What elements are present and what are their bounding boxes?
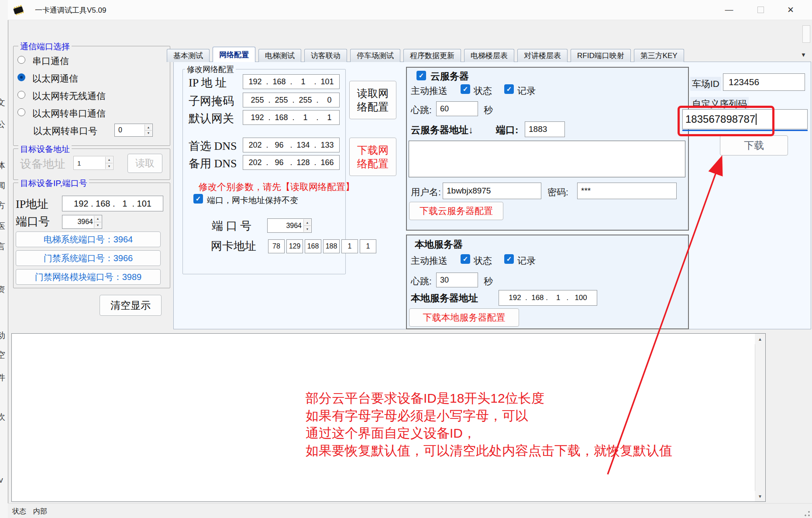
tab-strip: 基本测试 网络配置 电梯测试 访客联动 停车场测试 程序数据更新 电梯楼层表 对…: [167, 47, 684, 62]
mac-byte-input[interactable]: 168: [305, 239, 321, 253]
download-cloud-config-button[interactable]: 下载云服务器配置: [409, 202, 503, 220]
target-port-label: 端口号: [16, 214, 50, 229]
tab-parking-test[interactable]: 停车场测试: [350, 49, 400, 62]
minimize-button[interactable]: —: [720, 3, 738, 17]
spin-up-icon[interactable]: ▲: [145, 124, 152, 131]
mac-address-label: 网卡地址: [211, 238, 256, 254]
ethernet-serial-no-input[interactable]: 0 ▲▼: [114, 124, 153, 137]
clipped-char: 件: [0, 372, 5, 383]
maximize-icon: [757, 7, 764, 13]
radio-serial-comm[interactable]: [17, 56, 25, 64]
title-bar: 一卡通调试工具V5.09 — ✕: [8, 0, 812, 20]
spin-down-icon[interactable]: ▼: [106, 163, 113, 169]
scroll-down-button[interactable]: ▼: [755, 491, 765, 501]
local-record-label: 记录: [517, 255, 536, 267]
check-icon: ✓: [463, 85, 468, 93]
tab-network-config[interactable]: 网络配置: [213, 47, 255, 62]
tab-elevator-floor-table[interactable]: 电梯楼层表: [464, 49, 514, 62]
net-port-input[interactable]: 3964 ▲▼: [267, 218, 312, 233]
download-serial-button[interactable]: 下载: [720, 135, 788, 155]
close-button[interactable]: ✕: [782, 3, 799, 17]
tab-basic-test[interactable]: 基本测试: [167, 49, 210, 62]
radio-ethernet-wireless-comm[interactable]: [17, 91, 25, 99]
spin-down-icon[interactable]: ▼: [94, 222, 101, 228]
local-address-input[interactable]: 192 . 168 . 1 . 100: [499, 290, 597, 306]
cloud-server-checkbox[interactable]: ✓: [416, 71, 426, 80]
cloud-address-textarea[interactable]: [409, 141, 685, 177]
radio-ethernet-comm[interactable]: [17, 73, 25, 81]
window-title: 一卡通调试工具V5.09: [35, 5, 106, 15]
download-network-config-button[interactable]: 下载网络配置: [349, 138, 396, 176]
clear-display-button[interactable]: 清空显示: [100, 295, 162, 316]
local-server-title: 本地服务器: [415, 238, 463, 251]
tab-overflow-dropdown-icon[interactable]: ▼: [801, 52, 806, 58]
cloud-port-input[interactable]: 1883: [525, 121, 565, 137]
local-heartbeat-input[interactable]: 30: [436, 273, 478, 287]
app-window: 文 公 体 闻 方 医 言 i 资 动 空 件 欢 iv 一卡通调试工具V5.0…: [0, 0, 812, 518]
spin-up-icon[interactable]: ▲: [106, 157, 113, 163]
cloud-heartbeat-label: 心跳:: [411, 104, 432, 116]
cloud-password-input[interactable]: ***: [577, 183, 677, 199]
device-address-input[interactable]: 1 ▲▼: [73, 156, 114, 170]
tab-intercom-floor-table[interactable]: 对讲楼层表: [517, 49, 568, 62]
download-local-config-button[interactable]: 下载本地服务器配置: [409, 308, 519, 327]
net-dns2-label: 备用 DNS: [189, 156, 237, 171]
spin-up-icon[interactable]: ▲: [94, 216, 101, 222]
read-network-config-button[interactable]: 读取网络配置: [349, 81, 396, 119]
app-chip-icon: [12, 4, 24, 16]
keep-port-mac-label: 端口，网卡地址保持不变: [207, 195, 298, 206]
mac-byte-input[interactable]: 188: [323, 239, 340, 253]
spin-down-icon[interactable]: ▼: [145, 131, 152, 136]
tab-elevator-test[interactable]: 电梯测试: [258, 49, 301, 62]
maximize-button[interactable]: [752, 3, 769, 17]
mac-byte-input[interactable]: 1: [360, 239, 376, 253]
spin-up-icon[interactable]: ▲: [304, 219, 311, 226]
clipped-char: 文: [0, 97, 5, 108]
tab-program-data-update[interactable]: 程序数据更新: [403, 49, 461, 62]
check-icon: ✓: [419, 72, 424, 79]
parking-lot-id-input[interactable]: 123456: [723, 73, 805, 91]
net-mask-input[interactable]: 255 . 255 . 255 . 0: [243, 93, 340, 107]
cloud-record-checkbox[interactable]: ✓: [504, 84, 514, 94]
cloud-status-checkbox[interactable]: ✓: [461, 84, 470, 94]
tab-visitor-linkage[interactable]: 访客联动: [304, 49, 347, 62]
cloud-heartbeat-input[interactable]: 60: [436, 101, 478, 116]
scroll-down-icon: ▼: [758, 494, 762, 499]
radio-ethernet-serial-comm[interactable]: [17, 108, 25, 116]
annotation-highlight-rect: [678, 106, 774, 136]
resize-grip[interactable]: [804, 511, 810, 517]
target-port-spinner[interactable]: ▲▼: [94, 216, 101, 228]
elevator-system-port-button[interactable]: 电梯系统端口号：3964: [16, 231, 161, 247]
network-warning-text: 修改个别参数，请先【读取网络配置】: [199, 181, 354, 193]
spin-down-icon[interactable]: ▼: [304, 226, 311, 232]
access-system-port-button[interactable]: 门禁系统端口号：3966: [16, 250, 161, 266]
target-port-input[interactable]: 3964 ▲▼: [62, 215, 102, 229]
annotation-line: 如果有字母字母必须是小写字母，可以: [306, 407, 528, 425]
target-ip-input[interactable]: 192 . 168 . 1 . 101: [62, 196, 163, 211]
keep-port-mac-checkbox[interactable]: ✓: [193, 194, 203, 204]
annotation-line: 通过这个界面自定义设备ID，: [306, 425, 476, 442]
clipped-char: 欢: [0, 411, 5, 423]
net-port-spinner[interactable]: ▲▼: [303, 219, 311, 232]
mac-byte-input[interactable]: 1: [341, 239, 358, 253]
cloud-username-input[interactable]: 1bwbjx8975: [443, 183, 541, 199]
scroll-up-button[interactable]: ▲: [755, 334, 765, 344]
target-ip-label: IP地址: [16, 197, 48, 212]
tab-rfid-port-mapping[interactable]: RFID端口映射: [571, 49, 631, 62]
device-address-spinner[interactable]: ▲▼: [105, 157, 113, 169]
net-dns1-input[interactable]: 202 . 96 . 134 . 133: [243, 138, 340, 152]
output-scrollbar[interactable]: [755, 334, 765, 501]
mac-byte-input[interactable]: 78: [268, 239, 285, 253]
net-gateway-input[interactable]: 192 . 168 . 1 . 1: [243, 110, 340, 125]
mac-byte-input[interactable]: 129: [286, 239, 303, 253]
access-network-module-port-button[interactable]: 门禁网络模块端口号：3989: [16, 269, 161, 285]
ethernet-serial-no-spinner[interactable]: ▲▼: [145, 124, 152, 136]
net-ip-label: IP 地 址: [189, 75, 227, 90]
local-record-checkbox[interactable]: ✓: [504, 254, 514, 264]
clipped-char: 体: [0, 160, 5, 171]
tab-third-party-key[interactable]: 第三方KEY: [634, 49, 684, 62]
net-ip-input[interactable]: 192 . 168 . 1 . 101: [243, 74, 340, 89]
local-status-checkbox[interactable]: ✓: [461, 254, 470, 264]
net-dns2-input[interactable]: 202 . 96 . 128 . 166: [243, 155, 340, 170]
read-device-address-button[interactable]: 读取: [127, 154, 162, 173]
